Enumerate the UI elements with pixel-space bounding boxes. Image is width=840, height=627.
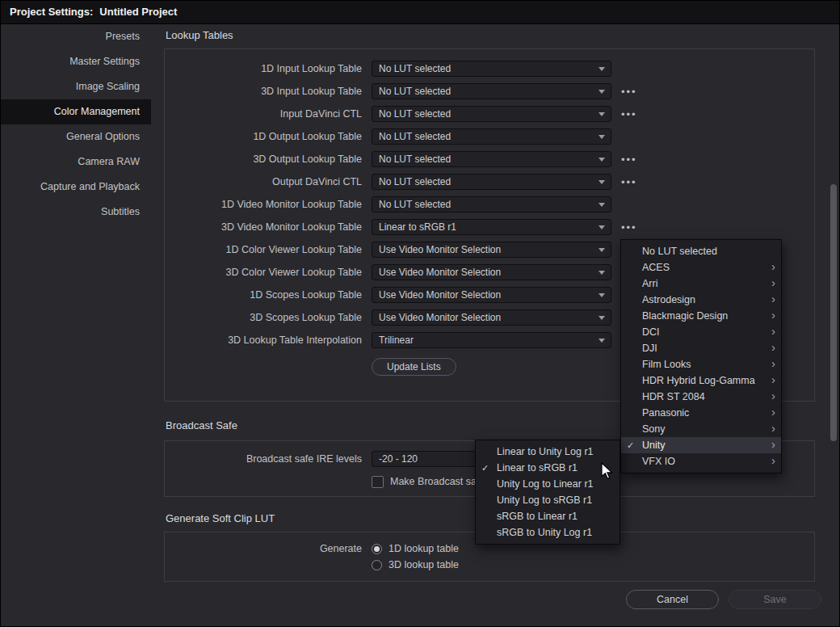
menu-item-label: Linear to sRGB r1 (497, 462, 578, 473)
input-davinci-ctl-dropdown[interactable]: No LUT selected (372, 106, 611, 122)
chevron-right-icon (771, 275, 775, 291)
chevron-right-icon (771, 404, 775, 420)
options-menu-icon[interactable] (621, 86, 637, 98)
chevron-down-icon (598, 67, 605, 71)
radio-option-3d[interactable]: 3D lookup table (372, 557, 459, 573)
make-broadcast-safe-checkbox[interactable] (372, 476, 384, 488)
setting-label: 1D Video Monitor Lookup Table (165, 199, 362, 210)
menu-item-sony[interactable]: Sony (621, 421, 781, 437)
menu-item-hdr-st-2084[interactable]: HDR ST 2084 (621, 389, 781, 405)
settings-sidebar: Presets Master Settings Image Scaling Co… (0, 24, 151, 627)
chevron-right-icon (771, 436, 775, 452)
3d-scopes-lut-dropdown[interactable]: Use Video Monitor Selection (372, 309, 611, 326)
1d-input-lut-dropdown[interactable]: No LUT selected (372, 61, 611, 77)
dropdown-value: Use Video Monitor Selection (379, 244, 501, 255)
chevron-down-icon (598, 180, 605, 184)
chevron-right-icon (771, 372, 775, 388)
radio-label: 3D lookup table (388, 559, 459, 570)
setting-label: 3D Output Lookup Table (165, 154, 362, 165)
chevron-right-icon (771, 339, 775, 356)
setting-label: 1D Scopes Lookup Table (165, 289, 362, 301)
3d-video-monitor-lut-dropdown[interactable]: Linear to sRGB r1 (372, 219, 611, 235)
options-menu-icon[interactable] (621, 221, 637, 234)
chevron-down-icon (598, 271, 605, 275)
sidebar-item-image-scaling[interactable]: Image Scaling (0, 74, 151, 99)
dropdown-value: Use Video Monitor Selection (379, 267, 501, 278)
chevron-down-icon (598, 339, 605, 343)
dropdown-value: Use Video Monitor Selection (379, 312, 501, 323)
menu-item-unity[interactable]: Unity (621, 437, 781, 453)
menu-item-vfx-io[interactable]: VFX IO (621, 453, 781, 469)
sidebar-item-color-management[interactable]: Color Management (0, 99, 151, 124)
menu-item-arri[interactable]: Arri (621, 276, 781, 292)
1d-color-viewer-lut-dropdown[interactable]: Use Video Monitor Selection (372, 242, 611, 258)
chevron-right-icon (771, 291, 775, 307)
sidebar-item-master-settings[interactable]: Master Settings (0, 49, 151, 74)
1d-video-monitor-lut-dropdown[interactable]: No LUT selected (372, 196, 611, 213)
menu-item-astrodesign[interactable]: Astrodesign (621, 292, 781, 308)
sidebar-item-general-options[interactable]: General Options (0, 124, 151, 149)
cancel-button[interactable]: Cancel (626, 590, 719, 609)
checkmark-icon (627, 437, 634, 453)
menu-item-label: sRGB to Unity Log r1 (497, 527, 592, 538)
sidebar-item-subtitles[interactable]: Subtitles (0, 200, 151, 225)
save-button[interactable]: Save (729, 590, 821, 609)
menu-item-film-looks[interactable]: Film Looks (621, 356, 781, 372)
chevron-right-icon (771, 356, 775, 372)
submenu-item-srgb-to-linear[interactable]: sRGB to Linear r1 (476, 508, 620, 524)
menu-item-label: HDR Hybrid Log-Gamma (642, 375, 755, 386)
sidebar-item-camera-raw[interactable]: Camera RAW (0, 149, 151, 175)
options-menu-icon[interactable] (621, 108, 637, 120)
radio-unselected-icon[interactable] (372, 560, 382, 570)
menu-item-label: VFX IO (642, 456, 675, 467)
unity-lut-submenu: Linear to Unity Log r1 Linear to sRGB r1… (475, 440, 620, 545)
chevron-right-icon (771, 388, 775, 404)
setting-row: Input DaVinci CTL No LUT selected (165, 103, 814, 125)
update-lists-button[interactable]: Update Lists (372, 358, 456, 376)
sidebar-item-capture-playback[interactable]: Capture and Playback (0, 175, 151, 200)
chevron-down-icon (598, 248, 605, 252)
menu-item-panasonic[interactable]: Panasonic (621, 405, 781, 421)
chevron-right-icon (771, 307, 775, 323)
options-menu-icon[interactable] (621, 176, 637, 188)
title-bar: Project Settings: Untitled Project (0, 0, 840, 24)
dropdown-value: -20 - 120 (379, 453, 418, 465)
setting-label: 3D Scopes Lookup Table (165, 312, 362, 323)
radio-option-1d[interactable]: 1D lookup table (372, 541, 459, 557)
setting-row: 3D Video Monitor Lookup Table Linear to … (165, 216, 814, 238)
submenu-item-linear-to-unity-log[interactable]: Linear to Unity Log r1 (476, 444, 620, 460)
1d-output-lut-dropdown[interactable]: No LUT selected (372, 128, 611, 145)
section-title-soft-clip: Generate Soft Clip LUT (166, 512, 275, 524)
setting-label: 3D Color Viewer Lookup Table (165, 267, 362, 278)
menu-item-dji[interactable]: DJI (621, 340, 781, 356)
setting-label: 3D Video Monitor Lookup Table (165, 221, 362, 233)
menu-item-label: Film Looks (642, 359, 691, 370)
setting-label: 1D Output Lookup Table (165, 131, 362, 142)
3d-output-lut-dropdown[interactable]: No LUT selected (372, 151, 611, 167)
radio-selected-icon[interactable] (372, 544, 382, 554)
submenu-item-linear-to-srgb[interactable]: Linear to sRGB r1 (476, 460, 620, 476)
chevron-down-icon (598, 293, 605, 297)
submenu-item-unity-log-to-srgb[interactable]: Unity Log to sRGB r1 (476, 492, 620, 508)
generate-options: 1D lookup table 3D lookup table (372, 541, 459, 573)
dropdown-value: No LUT selected (379, 108, 451, 120)
3d-color-viewer-lut-dropdown[interactable]: Use Video Monitor Selection (372, 264, 611, 280)
menu-item-no-lut[interactable]: No LUT selected (621, 243, 781, 259)
menu-item-hdr-hybrid-log-gamma[interactable]: HDR Hybrid Log-Gamma (621, 372, 781, 389)
submenu-item-srgb-to-unity-log[interactable]: sRGB to Unity Log r1 (476, 524, 620, 541)
output-davinci-ctl-dropdown[interactable]: No LUT selected (372, 174, 611, 190)
options-menu-icon[interactable] (621, 154, 637, 166)
menu-item-aces[interactable]: ACES (621, 259, 781, 276)
3d-lut-interpolation-dropdown[interactable]: Trilinear (372, 332, 611, 348)
vertical-scrollbar[interactable] (830, 184, 837, 441)
menu-item-dci[interactable]: DCI (621, 324, 781, 340)
3d-input-lut-dropdown[interactable]: No LUT selected (372, 83, 611, 99)
menu-item-blackmagic-design[interactable]: Blackmagic Design (621, 308, 781, 324)
sidebar-item-presets[interactable]: Presets (0, 24, 151, 49)
menu-item-label: Arri (642, 278, 657, 289)
menu-item-label: Unity (642, 440, 665, 451)
submenu-item-unity-log-to-linear[interactable]: Unity Log to Linear r1 (476, 476, 620, 492)
chevron-right-icon (771, 452, 775, 469)
menu-item-label: Astrodesign (642, 294, 695, 305)
1d-scopes-lut-dropdown[interactable]: Use Video Monitor Selection (372, 287, 611, 303)
